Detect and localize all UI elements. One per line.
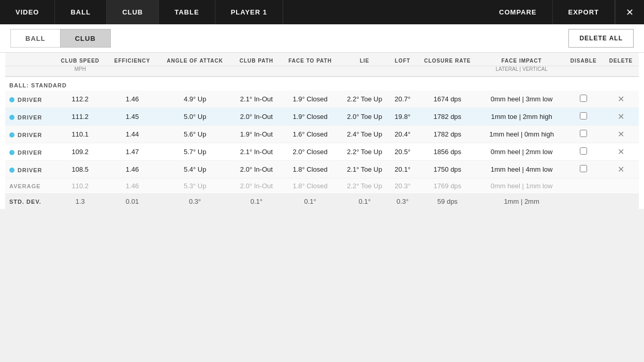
unit-efficiency xyxy=(107,66,158,77)
avg-value: 2.0° In-Out xyxy=(232,178,281,194)
dot-indicator xyxy=(9,132,14,138)
col-header-lie: LIE xyxy=(340,53,389,66)
row-club-name: DRIVER xyxy=(5,108,53,126)
club-label: DRIVER xyxy=(18,167,42,173)
row-club-speed: 111.2 xyxy=(53,108,107,126)
delete-icon[interactable]: ✕ xyxy=(618,165,624,174)
col-header-angle-of-attack: ANGLE OF ATTACK xyxy=(157,53,232,66)
row-closure-rate: 1782 dps xyxy=(416,108,479,126)
unit-club-path xyxy=(232,66,281,77)
delete-icon[interactable]: ✕ xyxy=(618,95,624,103)
row-face-impact: 1mm toe | 2mm high xyxy=(479,108,564,126)
delete-icon[interactable]: ✕ xyxy=(618,112,624,121)
stddev-value: 0.3° xyxy=(157,194,232,209)
table-row: DRIVER108.51.465.4° Up2.0° In-Out1.8° Cl… xyxy=(5,161,639,178)
row-lie: 2.2° Toe Up xyxy=(340,90,389,108)
col-header-face-to-path: FACE TO PATH xyxy=(281,53,340,66)
nav-compare[interactable]: COMPARE xyxy=(484,0,552,24)
row-face-to-path: 1.9° Closed xyxy=(281,108,340,126)
unit-lie xyxy=(340,66,389,77)
stddev-label: STD. DEV. xyxy=(5,194,53,209)
nav-club[interactable]: CLUB xyxy=(107,0,159,24)
nav-player1[interactable]: PLAYER 1 xyxy=(215,0,283,24)
col-header-face-impact: FACE IMPACT xyxy=(479,53,564,66)
stddev-value: 0.3° xyxy=(389,194,416,209)
row-face-to-path: 1.9° Closed xyxy=(281,90,340,108)
row-efficiency: 1.45 xyxy=(107,108,158,126)
row-club-speed: 108.5 xyxy=(53,161,107,178)
row-face-to-path: 1.6° Closed xyxy=(281,126,340,143)
table-row: DRIVER110.11.445.6° Up1.9° In-Out1.6° Cl… xyxy=(5,126,639,143)
stddev-value: 59 dps xyxy=(416,194,479,209)
unit-closure-rate xyxy=(416,66,479,77)
delete-all-button[interactable]: DELETE ALL xyxy=(568,29,634,48)
stddev-value: 0.1° xyxy=(232,194,281,209)
row-loft: 20.1° xyxy=(389,161,416,178)
stddev-value: 1mm | 2mm xyxy=(479,194,564,209)
delete-icon[interactable]: ✕ xyxy=(618,147,624,156)
avg-value: 1769 dps xyxy=(416,178,479,194)
row-loft: 20.4° xyxy=(389,126,416,143)
section-label-row: BALL: STANDARD xyxy=(5,77,639,90)
section-label-text: BALL: STANDARD xyxy=(5,77,639,90)
dot-indicator xyxy=(9,115,14,120)
disable-checkbox[interactable] xyxy=(580,95,587,102)
row-lie: 2.0° Toe Up xyxy=(340,108,389,126)
row-delete[interactable]: ✕ xyxy=(603,143,639,161)
row-angle-of-attack: 5.7° Up xyxy=(157,143,232,161)
unit-delete xyxy=(603,66,639,77)
table-row: DRIVER111.21.455.0° Up2.0° In-Out1.9° Cl… xyxy=(5,108,639,126)
nav-export[interactable]: EXPORT xyxy=(553,0,615,24)
row-delete[interactable]: ✕ xyxy=(603,161,639,178)
row-club-speed: 109.2 xyxy=(53,143,107,161)
row-efficiency: 1.44 xyxy=(107,126,158,143)
row-delete[interactable]: ✕ xyxy=(603,90,639,108)
col-header-club-speed: CLUB SPEED xyxy=(53,53,107,66)
stddev-value xyxy=(564,194,603,209)
row-delete[interactable]: ✕ xyxy=(603,108,639,126)
unit-face-impact: LATERAL | VERTICAL xyxy=(479,66,564,77)
disable-checkbox[interactable] xyxy=(580,130,587,137)
club-label: DRIVER xyxy=(18,149,42,156)
row-loft: 19.8° xyxy=(389,108,416,126)
col-header-closure-rate: CLOSURE RATE xyxy=(416,53,479,66)
row-disable xyxy=(564,143,603,161)
disable-checkbox[interactable] xyxy=(580,112,587,119)
club-label: DRIVER xyxy=(18,132,42,138)
col-header-loft: LOFT xyxy=(389,53,416,66)
table-row: DRIVER109.21.475.7° Up2.1° In-Out2.0° Cl… xyxy=(5,143,639,161)
average-row: AVERAGE110.21.465.3° Up2.0° In-Out1.8° C… xyxy=(5,178,639,194)
disable-checkbox[interactable] xyxy=(580,147,587,155)
stddev-value: 1.3 xyxy=(53,194,107,209)
row-closure-rate: 1782 dps xyxy=(416,126,479,143)
row-club-speed: 112.2 xyxy=(53,90,107,108)
unit-club-speed: MPH xyxy=(53,66,107,77)
row-delete[interactable]: ✕ xyxy=(603,126,639,143)
row-angle-of-attack: 5.6° Up xyxy=(157,126,232,143)
delete-icon[interactable]: ✕ xyxy=(618,130,624,139)
disable-checkbox[interactable] xyxy=(580,165,587,172)
row-club-speed: 110.1 xyxy=(53,126,107,143)
row-efficiency: 1.46 xyxy=(107,90,158,108)
row-club-path: 1.9° In-Out xyxy=(232,126,281,143)
row-club-path: 2.1° In-Out xyxy=(232,90,281,108)
nav-video[interactable]: VIDEO xyxy=(0,0,55,24)
avg-value: 0mm heel | 1mm low xyxy=(479,178,564,194)
dot-indicator xyxy=(9,150,14,155)
row-face-impact: 0mm heel | 2mm low xyxy=(479,143,564,161)
tab-ball[interactable]: BALL xyxy=(10,29,60,48)
stddev-value: 0.01 xyxy=(107,194,158,209)
row-disable xyxy=(564,161,603,178)
avg-value: 20.3° xyxy=(389,178,416,194)
data-table: CLUB SPEED EFFICIENCY ANGLE OF ATTACK CL… xyxy=(5,53,639,209)
avg-label: AVERAGE xyxy=(5,178,53,194)
close-button[interactable]: ✕ xyxy=(615,0,644,24)
row-lie: 2.2° Toe Up xyxy=(340,143,389,161)
stddev-value: 0.1° xyxy=(281,194,340,209)
nav-table[interactable]: TABLE xyxy=(159,0,215,24)
row-efficiency: 1.46 xyxy=(107,161,158,178)
club-label: DRIVER xyxy=(18,97,42,103)
row-club-name: DRIVER xyxy=(5,90,53,108)
nav-ball[interactable]: BALL xyxy=(55,0,107,24)
tab-club[interactable]: CLUB xyxy=(60,29,111,48)
